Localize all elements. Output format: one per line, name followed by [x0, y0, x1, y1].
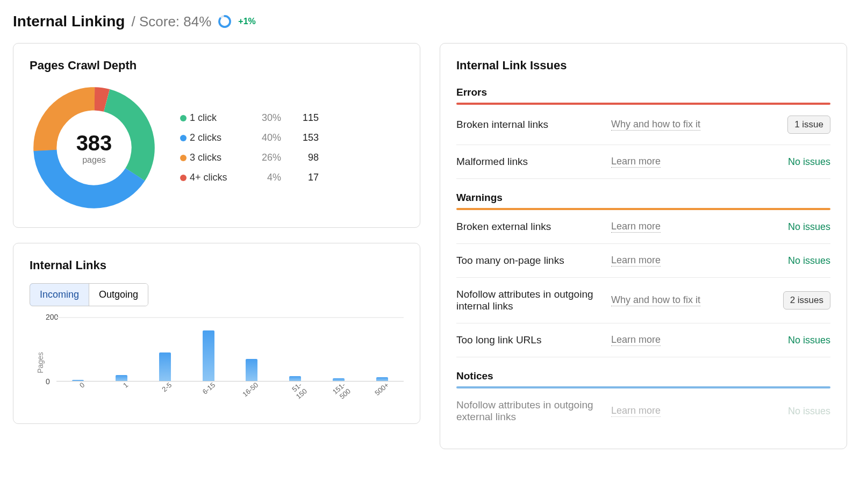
help-link[interactable]: Why and how to fix it [611, 294, 700, 306]
score-delta: +1% [238, 17, 255, 26]
crawl-depth-card: Pages Crawl Depth 383 pages [13, 43, 420, 228]
status-no-issues: No issues [766, 156, 830, 168]
legend-dot-icon [180, 175, 187, 181]
legend-dot-icon [180, 155, 187, 161]
issues-title: Internal Link Issues [456, 59, 830, 73]
status-no-issues: No issues [766, 335, 830, 346]
page-header: Internal Linking / Score: 84% +1% [13, 13, 847, 30]
x-tick: 0 [64, 381, 91, 407]
internal-links-title: Internal Links [30, 258, 404, 272]
tab-outgoing[interactable]: Outgoing [89, 284, 148, 306]
bar[interactable] [289, 376, 301, 381]
crawl-depth-legend: 1 click 30% 115 2 clicks 40% 153 3 click… [180, 108, 404, 188]
x-tick: 16-50 [238, 381, 265, 407]
issue-row[interactable]: Nofollow attributes in outgoing internal… [456, 278, 830, 323]
internal-links-card: Internal Links Incoming Outgoing Pages 2… [13, 243, 420, 424]
legend-dot-icon [180, 115, 187, 121]
legend-row[interactable]: 2 clicks 40% 153 [180, 128, 404, 148]
x-tick: 1 [108, 381, 135, 407]
tab-incoming[interactable]: Incoming [30, 283, 89, 306]
bar[interactable] [246, 359, 257, 381]
legend-row[interactable]: 3 clicks 26% 98 [180, 148, 404, 168]
issue-row[interactable]: Broken internal links Why and how to fix… [456, 105, 830, 145]
issue-count-badge[interactable]: 2 issues [783, 291, 830, 309]
x-tick: 6-15 [195, 381, 222, 407]
status-no-issues: No issues [766, 406, 830, 417]
links-tabs: Incoming Outgoing [30, 283, 148, 306]
donut-total-label: pages [82, 155, 106, 165]
issue-count-badge[interactable]: 1 issue [787, 116, 830, 134]
page-title: Internal Linking [13, 13, 125, 30]
issue-row[interactable]: Broken external links Learn more No issu… [456, 210, 830, 244]
score-ring-icon [218, 15, 232, 28]
y-tick: 0 [46, 377, 50, 386]
crawl-depth-donut[interactable]: 383 pages [30, 83, 159, 212]
x-tick: 51-150 [282, 381, 309, 407]
help-link[interactable]: Learn more [611, 221, 661, 233]
issue-row[interactable]: Too many on-page links Learn more No iss… [456, 244, 830, 278]
group-errors-label: Errors [456, 87, 830, 103]
crawl-depth-title: Pages Crawl Depth [30, 59, 404, 73]
donut-total: 383 [76, 131, 112, 155]
x-tick: 151-500 [325, 381, 352, 407]
group-warnings-label: Warnings [456, 192, 830, 208]
issue-row[interactable]: Nofollow attributes in outgoing external… [456, 388, 830, 434]
help-link[interactable]: Learn more [611, 156, 661, 168]
legend-row[interactable]: 1 click 30% 115 [180, 108, 404, 128]
issue-row[interactable]: Too long link URLs Learn more No issues [456, 323, 830, 357]
help-link[interactable]: Learn more [611, 334, 661, 346]
bar[interactable] [203, 330, 214, 381]
help-link[interactable]: Learn more [611, 405, 661, 417]
x-tick: 500+ [369, 381, 396, 407]
bar[interactable] [116, 375, 127, 381]
bar[interactable] [376, 377, 388, 381]
status-no-issues: No issues [766, 255, 830, 267]
help-link[interactable]: Why and how to fix it [611, 119, 700, 131]
legend-dot-icon [180, 135, 187, 141]
group-notices-label: Notices [456, 370, 830, 386]
score-label: / Score: 84% [131, 13, 211, 30]
legend-row[interactable]: 4+ clicks 4% 17 [180, 168, 404, 188]
y-axis-label: Pages [36, 352, 45, 373]
issue-row[interactable]: Malformed links Learn more No issues [456, 145, 830, 179]
bar[interactable] [159, 352, 171, 381]
status-no-issues: No issues [766, 221, 830, 233]
help-link[interactable]: Learn more [611, 255, 661, 267]
issues-card: Internal Link Issues Errors Broken inter… [440, 43, 847, 449]
bar[interactable] [333, 378, 345, 381]
bar[interactable] [72, 380, 84, 381]
links-bar-chart[interactable]: Pages 200 0 012-56-1516-5051-150151-5005… [30, 317, 404, 408]
x-tick: 2-5 [152, 381, 178, 407]
